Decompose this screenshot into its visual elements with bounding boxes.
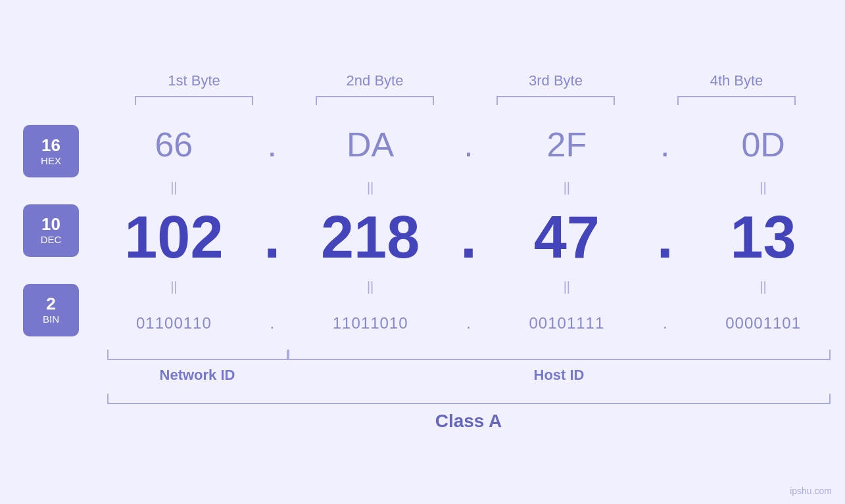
hex-dot-1: . [256, 125, 289, 164]
byte-label-1: 1st Byte [104, 72, 285, 89]
watermark: ipshu.com [790, 486, 832, 496]
dec-row: 102 . 218 . 47 . 13 [92, 198, 845, 277]
bin-dot-3: . [648, 314, 681, 332]
hex-byte-4: 0D [681, 125, 845, 164]
values-column: 66 . DA . 2F . 0D [92, 112, 845, 350]
sep-row-1: || || || || [92, 177, 845, 198]
bottom-labels: Network ID Host ID [107, 363, 831, 384]
dec-byte-3: 47 [485, 204, 649, 271]
sep-2-b3: || [485, 279, 649, 294]
sep-1-b2: || [289, 180, 452, 195]
bottom-brackets [107, 350, 831, 360]
dec-dot-2: . [452, 204, 485, 271]
hex-byte-2: DA [289, 125, 452, 164]
dec-dot-1: . [256, 204, 289, 271]
dec-badge: 10 DEC [23, 204, 79, 257]
byte-labels-row: 1st Byte 2nd Byte 3rd Byte 4th Byte [104, 72, 827, 89]
network-id-bracket [107, 350, 288, 360]
bin-badge-num: 2 [46, 295, 55, 312]
bin-byte-2: 11011010 [289, 314, 452, 332]
hex-row: 66 . DA . 2F . 0D [92, 112, 845, 177]
hex-badge-num: 16 [41, 137, 60, 154]
bottom-section: Network ID Host ID [107, 350, 831, 384]
main-container: 1st Byte 2nd Byte 3rd Byte 4th Byte 16 H… [0, 0, 845, 504]
bin-badge: 2 BIN [23, 284, 79, 336]
top-bracket-4 [646, 96, 827, 105]
bin-dot-1: . [256, 314, 289, 332]
bin-badge-label: BIN [43, 313, 59, 325]
hex-byte-3: 2F [485, 125, 649, 164]
sep-1-b3: || [485, 180, 649, 195]
sep-2-b4: || [681, 279, 845, 294]
bin-row: 01100110 . 11011010 . 00101111 . [92, 297, 845, 350]
host-id-label: Host ID [288, 363, 831, 384]
sep-1-b4: || [681, 180, 845, 195]
sep-1-b1: || [92, 180, 256, 195]
hex-dot-3: . [648, 125, 681, 164]
sep-2-b1: || [92, 279, 256, 294]
dec-byte-2: 218 [289, 204, 452, 271]
hex-dot-2: . [452, 125, 485, 164]
dec-badge-label: DEC [41, 234, 62, 245]
class-label: Class A [107, 407, 831, 432]
hex-badge: 16 HEX [23, 125, 79, 177]
hex-byte-1: 66 [92, 125, 256, 164]
bin-byte-4: 00001101 [681, 314, 845, 332]
badges-column: 16 HEX 10 DEC 2 BIN [0, 112, 92, 350]
dec-byte-4: 13 [681, 204, 845, 271]
host-id-bracket [288, 350, 831, 360]
dec-badge-num: 10 [41, 216, 60, 233]
byte-label-4: 4th Byte [646, 72, 827, 89]
hex-badge-label: HEX [41, 155, 61, 166]
main-grid: 16 HEX 10 DEC 2 BIN 66 . [0, 112, 845, 350]
class-section: Class A [107, 394, 831, 432]
dec-byte-1: 102 [92, 204, 256, 271]
bin-byte-3: 00101111 [485, 314, 649, 332]
top-bracket-1 [104, 96, 285, 105]
bin-byte-1: 01100110 [92, 314, 256, 332]
top-brackets-row [104, 96, 827, 105]
dec-dot-3: . [648, 204, 681, 271]
top-bracket-3 [466, 96, 646, 105]
top-bracket-2 [285, 96, 466, 105]
network-id-label: Network ID [107, 363, 288, 384]
byte-label-2: 2nd Byte [285, 72, 466, 89]
byte-label-3: 3rd Byte [466, 72, 646, 89]
sep-2-b2: || [289, 279, 452, 294]
sep-row-2: || || || || [92, 277, 845, 297]
bin-dot-2: . [452, 314, 485, 332]
class-bracket [107, 394, 831, 404]
